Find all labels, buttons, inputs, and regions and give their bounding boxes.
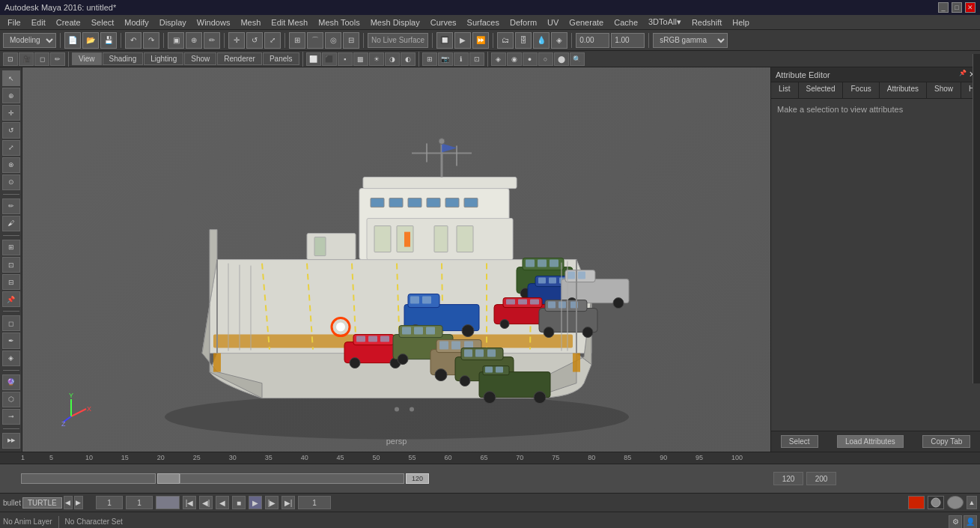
menu-3dtoall[interactable]: 3DToAll▾ bbox=[644, 16, 686, 28]
scale-tool[interactable]: ⤢ bbox=[2, 140, 20, 156]
vp-paint-btn[interactable]: ✏ bbox=[50, 52, 65, 66]
size-value-input[interactable] bbox=[611, 33, 645, 48]
gamma-select[interactable]: sRGB gamma bbox=[653, 33, 728, 48]
color-value-input[interactable] bbox=[576, 33, 609, 48]
resolution-btn[interactable]: ⊡ bbox=[469, 52, 484, 66]
measure[interactable]: ⊟ bbox=[2, 274, 20, 290]
snap-curve-btn[interactable]: ⌒ bbox=[307, 32, 323, 49]
annotation[interactable]: 📌 bbox=[2, 291, 20, 307]
next-layer-btn[interactable]: ▶ bbox=[74, 496, 83, 509]
snap-point-btn[interactable]: ◎ bbox=[325, 32, 341, 49]
bifrost-btn[interactable]: 💧 bbox=[533, 32, 550, 49]
minimize-button[interactable]: _ bbox=[938, 2, 949, 13]
vp-sel-btn[interactable]: ◻ bbox=[34, 52, 49, 66]
viewport[interactable]: persp X Y Z bbox=[22, 67, 770, 452]
attr-load-btn[interactable]: Load Attributes bbox=[837, 435, 904, 448]
hud-btn[interactable]: ℹ bbox=[454, 52, 469, 66]
lasso-select[interactable]: ⊕ bbox=[2, 88, 20, 103]
tex-btn[interactable]: ▩ bbox=[353, 52, 368, 66]
select-tool[interactable]: ↖ bbox=[2, 70, 20, 86]
menu-deform[interactable]: Deform bbox=[505, 16, 541, 28]
camera-btn[interactable]: 📷 bbox=[438, 52, 453, 66]
menu-redshift[interactable]: Redshift bbox=[687, 16, 726, 28]
save-file-btn[interactable]: 💾 bbox=[100, 32, 117, 49]
cache-btn[interactable]: 🗄 bbox=[515, 32, 532, 49]
keyframe-block-2[interactable] bbox=[157, 473, 180, 484]
light-btn[interactable]: ☀ bbox=[369, 52, 384, 66]
universal-tool[interactable]: ⊗ bbox=[2, 157, 20, 173]
rotate-tool[interactable]: ↺ bbox=[2, 122, 20, 138]
menu-display[interactable]: Display bbox=[155, 16, 191, 28]
scale-btn[interactable]: ⤢ bbox=[264, 32, 281, 49]
menu-mesh-tools[interactable]: Mesh Tools bbox=[314, 16, 364, 28]
redo-btn[interactable]: ↷ bbox=[143, 32, 159, 49]
play-back-btn[interactable]: ◀ bbox=[216, 496, 229, 509]
rotate-btn[interactable]: ↺ bbox=[246, 32, 263, 49]
vp-icon-btn[interactable]: ⊡ bbox=[3, 52, 18, 66]
turtle-button[interactable]: TURTLE bbox=[22, 497, 62, 509]
attr-tab-show[interactable]: Show bbox=[927, 82, 961, 98]
options-arrow[interactable]: ▲ bbox=[967, 496, 977, 509]
anim-settings-btn[interactable]: ⚙ bbox=[949, 515, 962, 529]
lasso-tool-btn[interactable]: ⊕ bbox=[186, 32, 202, 49]
display-toggle1[interactable]: ◈ bbox=[491, 52, 506, 66]
grid-btn[interactable]: ⊞ bbox=[422, 52, 437, 66]
display-toggle4[interactable]: ○ bbox=[538, 52, 553, 66]
vp-cam-btn[interactable]: 🎥 bbox=[19, 52, 34, 66]
connect[interactable]: ⊡ bbox=[2, 257, 20, 273]
tab-lighting[interactable]: Lighting bbox=[144, 52, 183, 65]
current-frame-input[interactable] bbox=[126, 496, 153, 509]
playback-start-input[interactable] bbox=[96, 496, 123, 509]
menu-create[interactable]: Create bbox=[52, 16, 85, 28]
menu-generate[interactable]: Generate bbox=[564, 16, 608, 28]
select-tool-btn[interactable]: ▣ bbox=[168, 32, 184, 49]
mode-select[interactable]: Modeling bbox=[3, 33, 56, 48]
xgen-btn[interactable]: 🗂 bbox=[497, 32, 514, 49]
move-tool[interactable]: ✛ bbox=[2, 105, 20, 121]
tab-renderer[interactable]: Renderer bbox=[217, 52, 262, 65]
char-set-select[interactable]: No Character Set bbox=[65, 518, 123, 526]
display-toggle2[interactable]: ◉ bbox=[507, 52, 522, 66]
xray-btn[interactable]: 🔮 bbox=[2, 374, 20, 390]
max-end-input[interactable] bbox=[806, 472, 836, 485]
attr-copy-tab-btn[interactable]: Copy Tab bbox=[922, 435, 970, 448]
attr-tab-focus[interactable]: Focus bbox=[843, 82, 879, 98]
menu-mesh-display[interactable]: Mesh Display bbox=[366, 16, 424, 28]
snap-together[interactable]: ⊞ bbox=[2, 240, 20, 255]
paint-tool-btn[interactable]: ✏ bbox=[204, 32, 220, 49]
char-set-btn[interactable]: 👤 bbox=[964, 515, 977, 529]
menu-file[interactable]: File bbox=[3, 16, 25, 28]
snap-grid-btn[interactable]: ⊞ bbox=[289, 32, 305, 49]
undo-btn[interactable]: ↶ bbox=[125, 32, 141, 49]
range-end-input[interactable] bbox=[773, 472, 803, 485]
extra-btn[interactable]: ◈ bbox=[551, 32, 567, 49]
isolate-select-btn[interactable]: 🔍 bbox=[570, 52, 585, 66]
maximize-button[interactable]: □ bbox=[952, 2, 962, 13]
menu-edit-mesh[interactable]: Edit Mesh bbox=[267, 16, 312, 28]
anim-layer-select[interactable]: No Anim Layer bbox=[3, 518, 52, 526]
keyframe-block-3[interactable] bbox=[180, 473, 404, 484]
display-toggle5[interactable]: ⬤ bbox=[554, 52, 569, 66]
wireframe-btn[interactable]: ⬜ bbox=[306, 52, 321, 66]
prev-key-btn[interactable]: ◀| bbox=[199, 496, 213, 509]
tab-view[interactable]: View bbox=[72, 52, 102, 65]
new-file-btn[interactable]: 📄 bbox=[64, 32, 81, 49]
attr-pin-btn[interactable]: 📌 bbox=[959, 70, 967, 79]
timeline-track[interactable]: 120 bbox=[0, 464, 980, 493]
sculpt-tool[interactable]: 🖌 bbox=[2, 216, 20, 231]
goto-end-btn[interactable]: ▶| bbox=[281, 496, 295, 509]
deform-btn[interactable]: ⊸ bbox=[2, 409, 20, 425]
play-fwd-btn[interactable]: ▶ bbox=[249, 496, 262, 509]
menu-edit[interactable]: Edit bbox=[27, 16, 50, 28]
attr-tab-attributes[interactable]: Attributes bbox=[880, 82, 927, 98]
paint-effects[interactable]: ✏ bbox=[2, 198, 20, 214]
menu-mesh[interactable]: Mesh bbox=[236, 16, 265, 28]
menu-modify[interactable]: Modify bbox=[120, 16, 153, 28]
snap-view-btn[interactable]: ⊟ bbox=[343, 32, 359, 49]
shape-btn2[interactable]: ◈ bbox=[2, 351, 20, 366]
attr-tab-selected[interactable]: Selected bbox=[799, 82, 844, 98]
flat-btn[interactable]: ▪ bbox=[338, 52, 353, 66]
prev-layer-btn[interactable]: ◀ bbox=[64, 496, 73, 509]
soft-select[interactable]: ⊙ bbox=[2, 175, 20, 190]
ao-btn[interactable]: ◐ bbox=[401, 52, 416, 66]
